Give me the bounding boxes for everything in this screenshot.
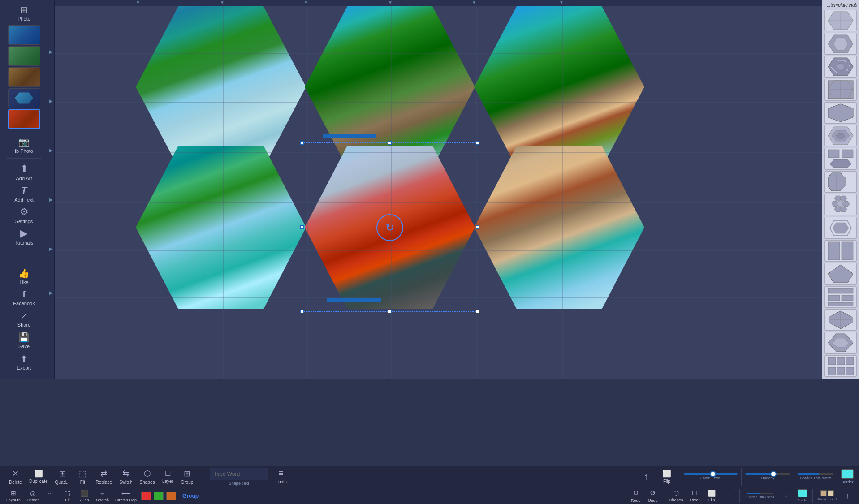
shape-template-8[interactable]	[824, 171, 857, 193]
toolbar-fit[interactable]: ⬚ Fit	[73, 467, 92, 487]
hex-cell-6[interactable]	[474, 146, 644, 309]
color-green[interactable]	[154, 492, 164, 500]
shape-template-9[interactable]	[824, 194, 857, 215]
sidebar-item-like[interactable]: 👍 Like	[13, 266, 35, 287]
border-thick-secondary: Border Thickness	[742, 493, 777, 499]
toolbar-align[interactable]: ⬛ Align	[77, 489, 93, 503]
toolbar-switch[interactable]: ⇆ Switch	[116, 467, 136, 487]
svg-marker-19	[828, 173, 845, 191]
border-thick-slider2[interactable]	[747, 493, 773, 494]
hex-cell-5[interactable]: ↻	[305, 146, 475, 309]
toolbar-more2[interactable]: ··· ...	[43, 489, 59, 503]
toolbar-flip[interactable]: ⬜ Flip	[657, 467, 676, 486]
toolbar-shapes2[interactable]: ⬡ Shapes	[667, 489, 686, 503]
toolbar-up3[interactable]: ↑	[839, 491, 855, 501]
thumbnail-3[interactable]	[8, 67, 40, 87]
shape-template-3[interactable]	[824, 56, 857, 78]
toolbar-flip2[interactable]: ⬜ Flip	[704, 489, 720, 503]
shape-template-11[interactable]	[824, 240, 857, 262]
layer2-icon: ☐	[692, 490, 698, 497]
shape-template-7[interactable]	[824, 148, 857, 169]
toolbar-quad[interactable]: ⊞ Quad...	[52, 467, 73, 487]
shape-template-1[interactable]	[824, 10, 857, 31]
toolbar-layer[interactable]: ☐ Layer	[159, 468, 177, 486]
handle-bc[interactable]	[388, 310, 392, 313]
sidebar-item-settings[interactable]: ⚙ Settings	[2, 204, 46, 226]
handle-bl[interactable]	[300, 310, 304, 313]
color-red[interactable]	[141, 492, 151, 500]
switch-label: Switch	[119, 480, 132, 485]
toolbar-redo[interactable]: ↻ Redo	[628, 488, 644, 504]
toolbar-up[interactable]: ↑	[637, 469, 656, 484]
shape-template-10[interactable]	[824, 217, 857, 238]
canvas-area[interactable]: ▼ ▼ ▼ ▼ ▼ ▼ ▶ ▶ ▶ ▶ ▶ ▶	[48, 0, 822, 379]
shape-template-14[interactable]	[824, 309, 857, 331]
shape-template-5[interactable]	[824, 102, 857, 124]
sidebar-item-fb-photo[interactable]: 📷 fb Photo	[2, 135, 46, 155]
toolbar-fit2[interactable]: ⬚ Fit	[60, 489, 76, 503]
shape-text-input[interactable]	[210, 468, 268, 480]
svg-rect-44	[846, 357, 854, 365]
toolbar-stretch[interactable]: ↔ Stretch	[94, 489, 112, 503]
opacity-slider[interactable]	[745, 473, 790, 475]
handle-tl[interactable]	[300, 141, 304, 145]
handle-tr[interactable]	[476, 141, 479, 145]
sidebar-item-export[interactable]: ⬆ Export	[13, 352, 35, 372]
border-color-swatch[interactable]	[841, 469, 854, 479]
redo-label: Redo	[631, 498, 641, 503]
sidebar-item-share[interactable]: ↗ Share	[13, 309, 35, 329]
toolbar-stretch-gap[interactable]: ⟷ Stretch Gap	[112, 489, 139, 503]
handle-br[interactable]	[476, 310, 479, 313]
zoom-thumb[interactable]	[710, 471, 716, 477]
zoom-slider[interactable]	[684, 473, 738, 475]
toolbar-fonts[interactable]: ≡ Fonts	[272, 467, 290, 486]
duplicate-label: Duplicate	[29, 479, 48, 484]
toolbar-layouts[interactable]: ⊞ Layouts	[4, 489, 23, 503]
rotate-handle[interactable]: ↻	[376, 214, 403, 241]
toolbar-layer2[interactable]: ☐ Layer	[686, 489, 703, 503]
color-orange[interactable]	[166, 492, 176, 500]
shape-template-15[interactable]	[824, 332, 857, 353]
toolbar-replace[interactable]: ⇄ Replace	[92, 467, 116, 487]
toolbar-more[interactable]: ··· ...	[294, 468, 313, 485]
sep-1	[199, 468, 199, 486]
toolbar-duplicate[interactable]: ⬜ Duplicate	[26, 467, 52, 486]
sidebar-share-label: Share	[17, 322, 30, 327]
bg-swatch2[interactable]	[828, 490, 834, 496]
group-label: Group	[181, 480, 194, 485]
hex-cell-2[interactable]	[305, 6, 475, 168]
sidebar-item-tutorials[interactable]: ▶ Tutorials	[2, 226, 46, 247]
shape-template-2[interactable]	[824, 33, 857, 54]
border-thickness-slider[interactable]	[798, 473, 833, 475]
thumbnail-4[interactable]	[8, 88, 40, 108]
sep-3	[680, 468, 680, 486]
shape-template-12[interactable]	[824, 263, 857, 284]
hex-cell-3[interactable]	[474, 6, 644, 168]
opacity-thumb[interactable]	[770, 471, 777, 477]
border-color2[interactable]	[798, 489, 807, 497]
thumbnail-5[interactable]	[8, 109, 40, 129]
sidebar-item-photo[interactable]: ⊞ Photo	[2, 3, 46, 23]
sidebar-item-save[interactable]: 💾 Save	[13, 330, 35, 351]
hex-cell-1[interactable]	[136, 6, 306, 168]
shape-template-16[interactable]	[824, 355, 857, 377]
sidebar-item-add-art[interactable]: ⬆ Add Art	[2, 161, 46, 183]
shape-template-13[interactable]	[824, 286, 857, 308]
group-btn-secondary[interactable]: Group	[178, 492, 203, 500]
hex-cell-4[interactable]	[136, 146, 306, 309]
shape-template-4[interactable]	[824, 79, 857, 100]
border-thickness-section: Border Thickness	[798, 473, 833, 480]
toolbar-undo[interactable]: ↺ Undo	[645, 488, 661, 504]
toolbar-center-btn[interactable]: ◎ Center	[24, 489, 42, 503]
toolbar-group[interactable]: ⊞ Group	[177, 467, 197, 487]
sidebar-item-add-text[interactable]: T Add Text	[2, 183, 46, 204]
toolbar-shapes[interactable]: ⬡ Shapes	[136, 467, 159, 487]
toolbar-more3[interactable]: ···	[778, 492, 794, 500]
sidebar-item-facebook[interactable]: f Facebook	[13, 288, 35, 308]
thumbnail-1[interactable]	[8, 25, 40, 45]
bg-swatch1[interactable]	[820, 490, 827, 496]
toolbar-delete[interactable]: ✕ Delete	[5, 467, 26, 487]
thumbnail-2[interactable]	[8, 46, 40, 66]
shape-template-6[interactable]	[824, 125, 857, 146]
toolbar-up2[interactable]: ↑	[721, 491, 737, 501]
